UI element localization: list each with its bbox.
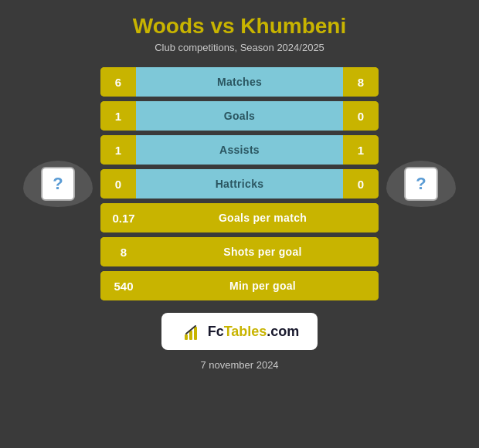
svg-rect-3 — [194, 327, 197, 340]
avatar-right: ? — [404, 167, 438, 201]
logo-area: FcTables.com — [161, 313, 318, 350]
hattricks-left-val: 0 — [100, 169, 136, 199]
assists-label: Assists — [136, 135, 343, 165]
shots-per-goal-label: Shots per goal — [147, 237, 379, 266]
goals-left-val: 1 — [100, 101, 136, 131]
page-title: Woods vs Khumbeni — [133, 14, 346, 39]
matches-left-val: 6 — [100, 67, 136, 97]
hattricks-label: Hattricks — [136, 169, 343, 199]
page-subtitle: Club competitions, Season 2024/2025 — [155, 42, 324, 53]
goals-right-val: 0 — [343, 101, 379, 131]
assists-left-val: 1 — [100, 135, 136, 165]
stat-row-min-per-goal: 540 Min per goal — [100, 271, 379, 300]
min-per-goal-val: 540 — [100, 271, 147, 300]
main-area: ? 6 Matches 8 1 Goals 0 1 Assists 1 — [15, 67, 464, 300]
min-per-goal-label: Min per goal — [147, 271, 379, 300]
goals-label: Goals — [136, 101, 343, 131]
stat-row-goals-per-match: 0.17 Goals per match — [100, 203, 379, 232]
svg-rect-2 — [189, 331, 192, 340]
avatar-left-blob: ? — [23, 161, 93, 207]
logo-text: FcTables.com — [208, 324, 300, 340]
avatar-left: ? — [41, 167, 75, 201]
stats-section: 6 Matches 8 1 Goals 0 1 Assists 1 0 Hatt… — [100, 67, 379, 300]
stat-row-goals: 1 Goals 0 — [100, 101, 379, 131]
svg-rect-1 — [185, 334, 188, 340]
goals-per-match-label: Goals per match — [147, 203, 379, 232]
fctables-logo-icon — [180, 321, 202, 342]
goals-per-match-val: 0.17 — [100, 203, 147, 232]
avatar-left-section: ? — [15, 161, 100, 207]
comparison-card: Woods vs Khumbeni Club competitions, Sea… — [0, 0, 479, 448]
shots-per-goal-val: 8 — [100, 237, 147, 266]
matches-right-val: 8 — [343, 67, 379, 97]
stat-row-hattricks: 0 Hattricks 0 — [100, 169, 379, 199]
avatar-right-section: ? — [379, 161, 464, 207]
date-label: 7 november 2024 — [200, 359, 278, 371]
stat-row-assists: 1 Assists 1 — [100, 135, 379, 165]
stat-row-matches: 6 Matches 8 — [100, 67, 379, 97]
assists-right-val: 1 — [343, 135, 379, 165]
avatar-right-blob: ? — [386, 161, 456, 207]
stat-row-shots-per-goal: 8 Shots per goal — [100, 237, 379, 266]
matches-label: Matches — [136, 67, 343, 97]
hattricks-right-val: 0 — [343, 169, 379, 199]
